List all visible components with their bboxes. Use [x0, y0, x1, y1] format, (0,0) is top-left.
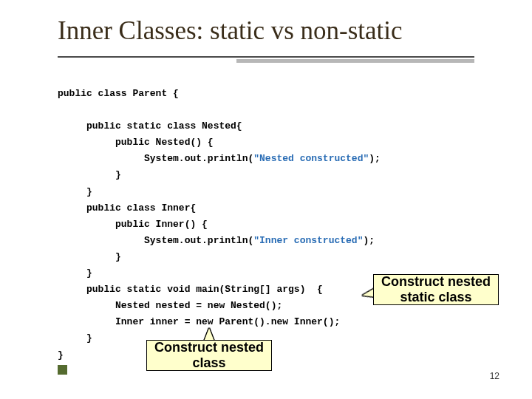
code-line: Nested nested = new Nested();: [58, 300, 282, 311]
code-block: public class Parent { public static clas…: [58, 86, 381, 364]
code-line: }: [58, 169, 121, 180]
code-line: Inner inner = new Parent().new Inner();: [58, 316, 340, 327]
string-literal: "Nested constructed": [253, 153, 369, 164]
page-number: 12: [490, 371, 499, 381]
code-line: }: [58, 332, 92, 344]
code-line: public static class Nested{: [58, 120, 242, 132]
callout-inner-class: Construct nested class: [146, 340, 272, 371]
code-line: );: [369, 153, 381, 164]
code-line: }: [58, 349, 64, 361]
code-line: public class Parent {: [58, 88, 179, 99]
code-line: }: [58, 186, 92, 197]
code-line: }: [58, 267, 92, 279]
string-literal: "Inner constructed": [253, 235, 363, 246]
code-line: System.out.println(: [58, 235, 253, 246]
slide-title: Inner Classes: static vs non-static: [58, 16, 403, 46]
code-line: public static void main(String[] args) {: [58, 284, 323, 295]
code-line: public class Inner{: [58, 202, 196, 214]
title-underline: [58, 56, 474, 58]
code-line: System.out.println(: [58, 153, 253, 164]
title-underline-shadow: [236, 59, 474, 63]
code-line: public Inner() {: [58, 219, 208, 230]
code-line: }: [58, 251, 121, 262]
callout-static-class: Construct nested static class: [373, 274, 499, 305]
code-line: );: [363, 235, 375, 246]
code-line: public Nested() {: [58, 137, 214, 148]
accent-square-icon: [58, 365, 67, 375]
slide: Inner Classes: static vs non-static publ…: [0, 0, 532, 399]
